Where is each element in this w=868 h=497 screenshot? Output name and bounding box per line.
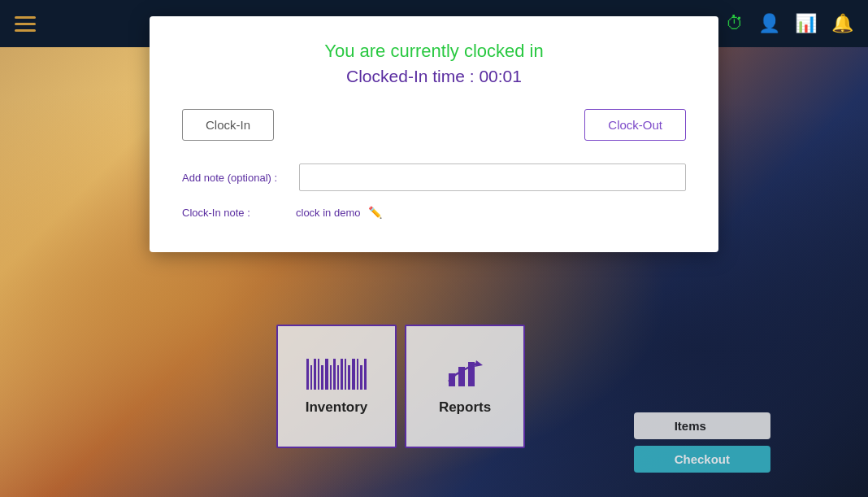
modal-overlay: You are currently clocked in Clocked-In … [0, 0, 868, 497]
modal-subtitle: Clocked-In time : 00:01 [182, 67, 686, 86]
clock-in-note-value: clock in demo [296, 207, 360, 219]
add-note-row: Add note (optional) : [182, 163, 686, 191]
clock-in-button[interactable]: Clock-In [182, 109, 274, 141]
add-note-label: Add note (optional) : [182, 172, 288, 184]
clock-out-button[interactable]: Clock-Out [584, 109, 686, 141]
modal-buttons: Clock-In Clock-Out [182, 109, 686, 141]
edit-note-icon[interactable]: ✏️ [368, 206, 382, 219]
clock-modal: You are currently clocked in Clocked-In … [150, 16, 718, 252]
add-note-input[interactable] [299, 163, 686, 191]
clock-in-note-label: Clock-In note : [182, 207, 288, 219]
modal-title: You are currently clocked in [182, 41, 686, 62]
clock-in-note-row: Clock-In note : clock in demo ✏️ [182, 206, 686, 219]
